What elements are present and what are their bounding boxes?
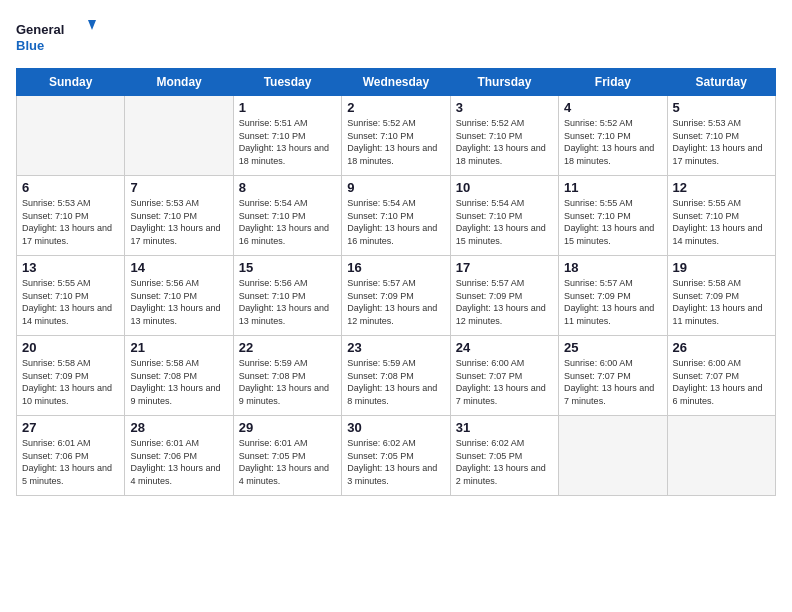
calendar-cell: 3Sunrise: 5:52 AMSunset: 7:10 PMDaylight… [450, 96, 558, 176]
cell-details: Sunrise: 5:53 AMSunset: 7:10 PMDaylight:… [22, 197, 119, 247]
day-number: 21 [130, 340, 227, 355]
day-of-week-header: Wednesday [342, 69, 450, 96]
calendar-cell: 11Sunrise: 5:55 AMSunset: 7:10 PMDayligh… [559, 176, 667, 256]
cell-details: Sunrise: 6:00 AMSunset: 7:07 PMDaylight:… [564, 357, 661, 407]
calendar-cell: 2Sunrise: 5:52 AMSunset: 7:10 PMDaylight… [342, 96, 450, 176]
day-number: 1 [239, 100, 336, 115]
cell-details: Sunrise: 5:52 AMSunset: 7:10 PMDaylight:… [456, 117, 553, 167]
day-of-week-header: Sunday [17, 69, 125, 96]
cell-details: Sunrise: 5:57 AMSunset: 7:09 PMDaylight:… [347, 277, 444, 327]
cell-details: Sunrise: 6:02 AMSunset: 7:05 PMDaylight:… [347, 437, 444, 487]
calendar-cell [125, 96, 233, 176]
calendar-cell: 5Sunrise: 5:53 AMSunset: 7:10 PMDaylight… [667, 96, 775, 176]
day-of-week-header: Saturday [667, 69, 775, 96]
calendar-week-row: 6Sunrise: 5:53 AMSunset: 7:10 PMDaylight… [17, 176, 776, 256]
calendar-cell: 16Sunrise: 5:57 AMSunset: 7:09 PMDayligh… [342, 256, 450, 336]
day-number: 27 [22, 420, 119, 435]
cell-details: Sunrise: 5:52 AMSunset: 7:10 PMDaylight:… [564, 117, 661, 167]
calendar-cell: 4Sunrise: 5:52 AMSunset: 7:10 PMDaylight… [559, 96, 667, 176]
cell-details: Sunrise: 5:52 AMSunset: 7:10 PMDaylight:… [347, 117, 444, 167]
calendar-cell: 31Sunrise: 6:02 AMSunset: 7:05 PMDayligh… [450, 416, 558, 496]
cell-details: Sunrise: 5:55 AMSunset: 7:10 PMDaylight:… [673, 197, 770, 247]
calendar-week-row: 27Sunrise: 6:01 AMSunset: 7:06 PMDayligh… [17, 416, 776, 496]
day-number: 4 [564, 100, 661, 115]
cell-details: Sunrise: 6:01 AMSunset: 7:06 PMDaylight:… [22, 437, 119, 487]
calendar-cell: 6Sunrise: 5:53 AMSunset: 7:10 PMDaylight… [17, 176, 125, 256]
logo: General Blue [16, 16, 96, 56]
page-header: General Blue [16, 16, 776, 56]
calendar-cell: 24Sunrise: 6:00 AMSunset: 7:07 PMDayligh… [450, 336, 558, 416]
cell-details: Sunrise: 6:00 AMSunset: 7:07 PMDaylight:… [456, 357, 553, 407]
day-number: 10 [456, 180, 553, 195]
calendar-header-row: SundayMondayTuesdayWednesdayThursdayFrid… [17, 69, 776, 96]
svg-text:Blue: Blue [16, 38, 44, 53]
calendar-cell: 29Sunrise: 6:01 AMSunset: 7:05 PMDayligh… [233, 416, 341, 496]
calendar-cell: 7Sunrise: 5:53 AMSunset: 7:10 PMDaylight… [125, 176, 233, 256]
day-number: 16 [347, 260, 444, 275]
cell-details: Sunrise: 5:59 AMSunset: 7:08 PMDaylight:… [347, 357, 444, 407]
day-number: 8 [239, 180, 336, 195]
calendar-cell: 30Sunrise: 6:02 AMSunset: 7:05 PMDayligh… [342, 416, 450, 496]
calendar-cell: 22Sunrise: 5:59 AMSunset: 7:08 PMDayligh… [233, 336, 341, 416]
cell-details: Sunrise: 5:59 AMSunset: 7:08 PMDaylight:… [239, 357, 336, 407]
calendar-cell: 25Sunrise: 6:00 AMSunset: 7:07 PMDayligh… [559, 336, 667, 416]
day-number: 29 [239, 420, 336, 435]
day-number: 12 [673, 180, 770, 195]
calendar-cell: 9Sunrise: 5:54 AMSunset: 7:10 PMDaylight… [342, 176, 450, 256]
day-number: 2 [347, 100, 444, 115]
calendar-cell: 12Sunrise: 5:55 AMSunset: 7:10 PMDayligh… [667, 176, 775, 256]
calendar-cell: 14Sunrise: 5:56 AMSunset: 7:10 PMDayligh… [125, 256, 233, 336]
day-number: 9 [347, 180, 444, 195]
day-number: 26 [673, 340, 770, 355]
calendar-cell: 21Sunrise: 5:58 AMSunset: 7:08 PMDayligh… [125, 336, 233, 416]
day-number: 18 [564, 260, 661, 275]
day-number: 31 [456, 420, 553, 435]
calendar-week-row: 13Sunrise: 5:55 AMSunset: 7:10 PMDayligh… [17, 256, 776, 336]
svg-text:General: General [16, 22, 64, 37]
day-number: 30 [347, 420, 444, 435]
svg-marker-2 [88, 20, 96, 30]
cell-details: Sunrise: 6:02 AMSunset: 7:05 PMDaylight:… [456, 437, 553, 487]
calendar-cell: 13Sunrise: 5:55 AMSunset: 7:10 PMDayligh… [17, 256, 125, 336]
day-number: 15 [239, 260, 336, 275]
cell-details: Sunrise: 5:53 AMSunset: 7:10 PMDaylight:… [673, 117, 770, 167]
cell-details: Sunrise: 6:00 AMSunset: 7:07 PMDaylight:… [673, 357, 770, 407]
day-number: 3 [456, 100, 553, 115]
day-number: 13 [22, 260, 119, 275]
cell-details: Sunrise: 6:01 AMSunset: 7:05 PMDaylight:… [239, 437, 336, 487]
cell-details: Sunrise: 5:56 AMSunset: 7:10 PMDaylight:… [130, 277, 227, 327]
calendar-cell: 23Sunrise: 5:59 AMSunset: 7:08 PMDayligh… [342, 336, 450, 416]
cell-details: Sunrise: 5:54 AMSunset: 7:10 PMDaylight:… [347, 197, 444, 247]
cell-details: Sunrise: 5:54 AMSunset: 7:10 PMDaylight:… [239, 197, 336, 247]
cell-details: Sunrise: 5:58 AMSunset: 7:09 PMDaylight:… [673, 277, 770, 327]
day-number: 19 [673, 260, 770, 275]
cell-details: Sunrise: 5:54 AMSunset: 7:10 PMDaylight:… [456, 197, 553, 247]
calendar-cell: 27Sunrise: 6:01 AMSunset: 7:06 PMDayligh… [17, 416, 125, 496]
calendar-cell: 17Sunrise: 5:57 AMSunset: 7:09 PMDayligh… [450, 256, 558, 336]
calendar-cell [17, 96, 125, 176]
calendar-cell [559, 416, 667, 496]
day-number: 11 [564, 180, 661, 195]
day-number: 23 [347, 340, 444, 355]
calendar-cell [667, 416, 775, 496]
calendar-cell: 26Sunrise: 6:00 AMSunset: 7:07 PMDayligh… [667, 336, 775, 416]
day-number: 28 [130, 420, 227, 435]
day-number: 24 [456, 340, 553, 355]
calendar-cell: 1Sunrise: 5:51 AMSunset: 7:10 PMDaylight… [233, 96, 341, 176]
calendar-week-row: 20Sunrise: 5:58 AMSunset: 7:09 PMDayligh… [17, 336, 776, 416]
cell-details: Sunrise: 5:58 AMSunset: 7:08 PMDaylight:… [130, 357, 227, 407]
cell-details: Sunrise: 5:58 AMSunset: 7:09 PMDaylight:… [22, 357, 119, 407]
cell-details: Sunrise: 5:53 AMSunset: 7:10 PMDaylight:… [130, 197, 227, 247]
day-of-week-header: Tuesday [233, 69, 341, 96]
calendar-cell: 19Sunrise: 5:58 AMSunset: 7:09 PMDayligh… [667, 256, 775, 336]
day-of-week-header: Thursday [450, 69, 558, 96]
day-number: 22 [239, 340, 336, 355]
calendar-cell: 15Sunrise: 5:56 AMSunset: 7:10 PMDayligh… [233, 256, 341, 336]
day-number: 6 [22, 180, 119, 195]
cell-details: Sunrise: 6:01 AMSunset: 7:06 PMDaylight:… [130, 437, 227, 487]
day-of-week-header: Monday [125, 69, 233, 96]
logo-svg: General Blue [16, 16, 96, 56]
day-number: 5 [673, 100, 770, 115]
calendar-table: SundayMondayTuesdayWednesdayThursdayFrid… [16, 68, 776, 496]
calendar-cell: 18Sunrise: 5:57 AMSunset: 7:09 PMDayligh… [559, 256, 667, 336]
